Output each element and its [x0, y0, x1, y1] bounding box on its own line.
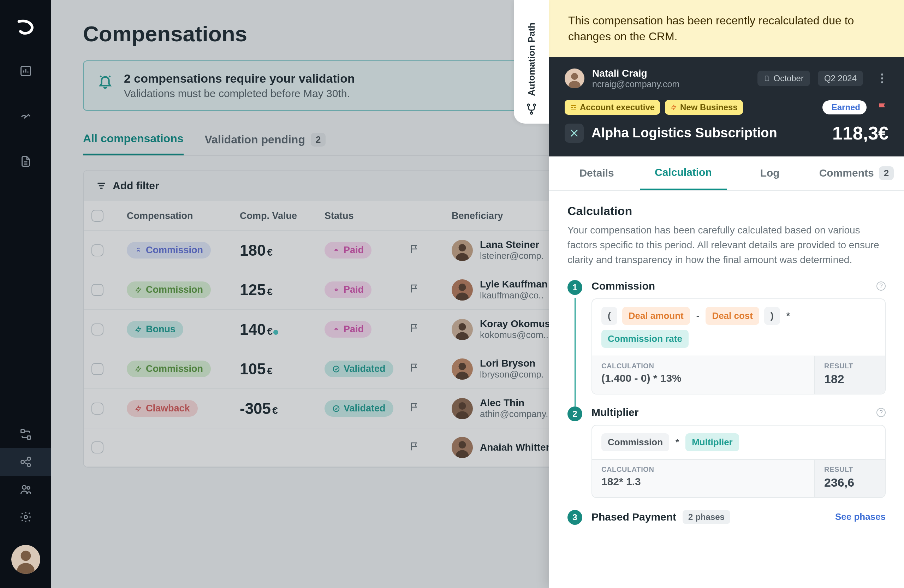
calculation-expression: (1.400 - 0) * 13%	[601, 372, 805, 384]
nav-team[interactable]	[0, 476, 51, 503]
user-avatar[interactable]	[11, 545, 40, 574]
detail-panel: This compensation has been recently reca…	[549, 0, 904, 588]
step-formula-box: Commission*MultiplierCALCULATION182* 1.3…	[591, 425, 886, 498]
nav-dashboard[interactable]	[19, 57, 32, 85]
svg-point-34	[530, 112, 533, 114]
calculation-description: Your compensation has been carefully cal…	[567, 223, 886, 267]
beneficiary-avatar	[565, 68, 585, 88]
tab-details[interactable]: Details	[553, 156, 640, 190]
step-number: 2	[567, 406, 582, 421]
step-number: 3	[567, 510, 582, 525]
nav-settings[interactable]	[0, 503, 51, 531]
nav-deals[interactable]	[19, 103, 32, 130]
tab-log[interactable]: Log	[727, 156, 813, 190]
nav-documents[interactable]	[19, 148, 32, 175]
see-phases-link[interactable]: See phases	[835, 511, 886, 522]
formula-token: Commission rate	[601, 330, 689, 348]
sidebar	[0, 0, 51, 588]
tab-calculation[interactable]: Calculation	[640, 156, 726, 190]
calculation-step-1: 1Commission?(Deal amount-Deal cost)*Comm…	[567, 280, 886, 395]
svg-point-10	[21, 550, 31, 561]
step-number: 1	[567, 280, 582, 295]
calculation-result: 236,6	[824, 476, 876, 490]
deal-title: Alpha Logistics Subscription	[591, 125, 825, 141]
month-chip[interactable]: October	[757, 71, 810, 86]
svg-rect-1	[21, 430, 24, 433]
calculation-heading: Calculation	[567, 204, 886, 218]
info-icon[interactable]: ?	[876, 281, 886, 291]
beneficiary-email: ncraig@company.com	[592, 79, 680, 89]
panel-tabs: Details Calculation Log Comments2	[549, 156, 904, 191]
panel-header: Natali Craig ncraig@company.com October …	[549, 57, 904, 156]
svg-point-3	[21, 460, 24, 464]
flag-icon[interactable]	[876, 101, 888, 113]
svg-point-33	[533, 104, 535, 106]
branch-icon	[525, 103, 537, 115]
business-tag: New Business	[665, 100, 743, 115]
nav-compensations[interactable]	[0, 448, 51, 476]
svg-point-4	[27, 457, 30, 460]
svg-point-6	[22, 485, 26, 490]
panel-body: Calculation Your compensation has been c…	[549, 191, 904, 588]
formula-token: Deal amount	[622, 307, 690, 325]
recalculated-banner: This compensation has been recently reca…	[549, 0, 904, 57]
step-title: Multiplier	[591, 406, 638, 419]
role-tag: Account executive	[565, 100, 660, 115]
phases-chip: 2 phases	[683, 510, 730, 524]
calculation-result: 182	[824, 372, 876, 386]
step-formula-box: (Deal amount-Deal cost)*Commission rateC…	[591, 299, 886, 395]
calculation-step-2: 2Multiplier?Commission*MultiplierCALCULA…	[567, 406, 886, 498]
quarter-chip[interactable]: Q2 2024	[818, 71, 863, 86]
svg-point-8	[24, 515, 27, 519]
deal-icon	[565, 123, 584, 143]
formula-token: (	[601, 307, 617, 325]
deal-amount: 118,3€	[832, 123, 888, 144]
svg-point-5	[27, 464, 30, 467]
automation-path-tab[interactable]: Automation Path	[514, 0, 549, 123]
formula-token: Commission	[601, 433, 669, 451]
more-menu[interactable]	[876, 72, 888, 85]
svg-rect-2	[27, 436, 30, 439]
svg-point-32	[527, 104, 529, 106]
svg-point-7	[27, 487, 30, 490]
earned-tag: Earned	[822, 100, 866, 114]
step-title: Commission	[591, 280, 655, 292]
formula-token: Deal cost	[706, 307, 759, 325]
step-title: Phased Payment	[591, 511, 676, 523]
beneficiary-name: Natali Craig	[592, 68, 680, 79]
calculation-step-3: 3 Phased Payment 2 phases See phases	[567, 510, 886, 530]
tab-comments[interactable]: Comments2	[813, 156, 900, 190]
nav-flow[interactable]	[0, 420, 51, 448]
formula-token: )	[764, 307, 780, 325]
info-icon[interactable]: ?	[876, 408, 886, 417]
svg-point-36	[571, 73, 578, 80]
app-logo	[17, 17, 35, 36]
formula-token: Multiplier	[686, 433, 739, 451]
calculation-expression: 182* 1.3	[601, 476, 805, 488]
